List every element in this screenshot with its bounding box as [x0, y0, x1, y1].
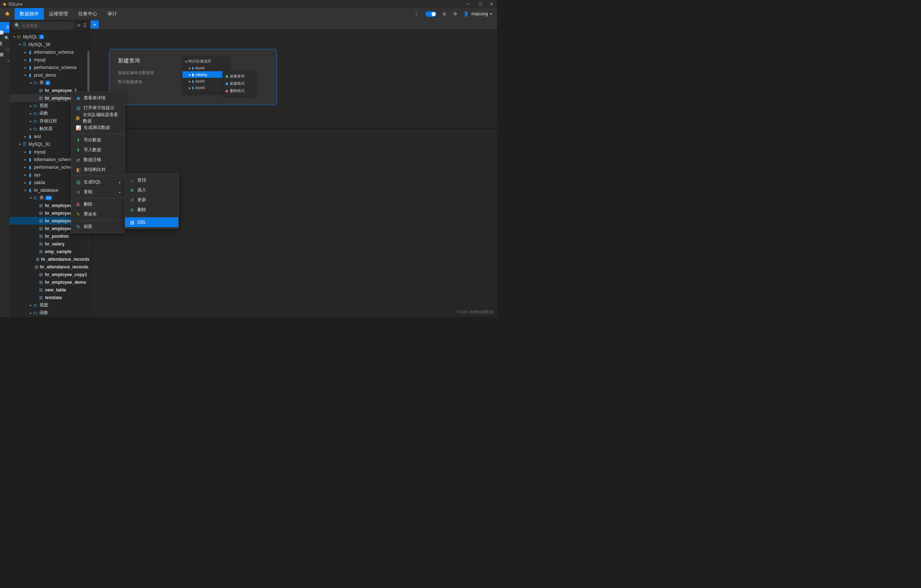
menu-audit[interactable]: 审计	[103, 8, 122, 20]
gen-sql-submenu: ⌕查找 ⊕插入 ↺更新 ⊖删除 ▤DDL	[125, 174, 179, 229]
ctx-rename[interactable]: ✎重命名	[71, 209, 125, 219]
tree-row[interactable]: ⊞ hr_salary	[10, 240, 89, 248]
caret-icon: ▾	[23, 73, 27, 77]
ctx-delete[interactable]: 🗑删除	[71, 200, 125, 209]
ctx-compare[interactable]: ◧表结构比对	[71, 165, 125, 175]
filter-icon[interactable]: ☰	[83, 23, 87, 28]
ctx-refresh[interactable]: ↻刷新	[71, 222, 125, 232]
export-icon: ⬇	[76, 138, 81, 143]
tree-row[interactable]: ⊞ hr_attendance_records	[10, 255, 89, 263]
tree-label: emp_sample	[45, 249, 72, 254]
menu-om[interactable]: 运维管理	[44, 8, 73, 20]
tree-label: hr_database	[34, 188, 59, 193]
tbl-icon-icon: ⊞	[38, 280, 44, 285]
ctx-copy[interactable]: ⧉复制▸	[71, 187, 125, 197]
tree-label: sakila	[34, 180, 45, 185]
watermark: CSDN @麦聪聊数据	[457, 309, 493, 315]
ctx-export[interactable]: ⬇导出数据	[71, 135, 125, 145]
insert-icon: ⊕	[129, 188, 135, 193]
db-icon-icon: ▮	[28, 188, 33, 193]
rail-saved[interactable]: ▢ 保存的查询	[0, 44, 10, 55]
caret-icon: ▸	[29, 311, 33, 315]
user-menu[interactable]: 👤 maicong ▾	[464, 11, 492, 17]
tree-label: performance_schema	[34, 165, 76, 170]
tree-label: hr_attendance_records_s	[40, 265, 89, 270]
sub-ddl[interactable]: ▤DDL	[125, 217, 178, 227]
tree-row[interactable]: ▾ ▮ prod_demo	[10, 71, 89, 79]
database-icon: ☰	[6, 25, 10, 30]
history-icon: 🔍	[4, 36, 10, 41]
rail-collapse[interactable]: «	[0, 56, 10, 66]
count-badge: 13	[45, 196, 52, 200]
tree-row[interactable]: ⊞ hr_employee_copy1	[10, 271, 89, 278]
minimize-button[interactable]: —	[465, 2, 471, 6]
new-query-illustration: 新建查询 鼠标右键单击数据库 即可新建查询 ▾MySQL数据库 ▸▮dswfd …	[109, 49, 277, 105]
tbl-icon-icon: ⊞	[38, 211, 44, 216]
tree-row[interactable]: ▸ ▮ information_schema	[10, 48, 89, 56]
sub-insert[interactable]: ⊕插入	[125, 185, 178, 195]
tbl-icon-icon: ⊞	[35, 265, 38, 270]
delete-icon: ⊖	[129, 208, 135, 213]
ctx-view-detail[interactable]: ◉查看表详情	[71, 93, 125, 103]
tree-row[interactable]: ▸ ▮ mysql	[10, 56, 89, 63]
fold-icon-icon: 🗀	[33, 303, 38, 308]
ctx-gen-sql[interactable]: ▤生成SQL▸	[71, 177, 125, 187]
search-box[interactable]: 🔍	[12, 21, 75, 29]
layout-icon[interactable]: ⧉	[441, 11, 447, 17]
refresh-icon: ↻	[76, 224, 81, 229]
tree-label: hr_employee	[45, 203, 72, 208]
rail-history[interactable]: 🔍 历史查询	[0, 33, 10, 44]
search-input[interactable]	[21, 23, 72, 28]
caret-icon: ▸	[29, 127, 33, 131]
fold-icon-icon: 🗀	[33, 310, 38, 315]
chevron-right-icon: ▸	[119, 190, 121, 194]
tree-label: hr_salary	[45, 241, 64, 247]
tree-row[interactable]: ▸ ▮ performance_schema	[10, 63, 89, 71]
ctx-import[interactable]: ⬆导入数据	[71, 145, 125, 155]
new-tab-button[interactable]: +	[91, 20, 99, 29]
tree-row[interactable]: ⊞ hr_attendance_records_s	[10, 263, 89, 271]
tbl-icon-icon: ⊞	[38, 249, 44, 254]
db-icon-icon: ▮	[28, 149, 33, 154]
app-logo	[0, 8, 15, 20]
search-icon: 🔍	[15, 23, 20, 28]
rail-datasource[interactable]: ☰ 数据源 »	[0, 22, 10, 33]
refresh-icon[interactable]: ⟳	[77, 23, 81, 28]
tree-row[interactable]: ▾ ☰ MySQL_56	[10, 41, 89, 48]
count-badge: 2	[45, 81, 50, 85]
sub-update[interactable]: ↺更新	[125, 195, 178, 205]
ctx-migrate[interactable]: ⇄数据迁移	[71, 155, 125, 165]
tree-row[interactable]: ▾ 🗀 MySQL 3	[10, 33, 89, 41]
ctx-view-in-editor[interactable]: ▦在SQL编辑器查看数据	[71, 113, 125, 123]
theme-toggle[interactable]	[425, 11, 436, 17]
tbl-icon-icon: ⊞	[38, 218, 44, 224]
top-menu-bar: 数据操作 运维管理 任务中心 审计 ☾ ⧉ ⚙ 👤 maicong ▾	[0, 8, 497, 20]
settings-icon[interactable]: ⚙	[452, 11, 458, 17]
ctx-gen-testdata[interactable]: 📊生成测试数据	[71, 123, 125, 133]
tbl-icon-icon: ⊞	[38, 88, 44, 93]
tree-row[interactable]: ▸ 🗀 函数	[10, 309, 89, 317]
tree-row[interactable]: ▸ 🗀 视图	[10, 301, 89, 309]
tree-row[interactable]: ⊞ hr_position	[10, 232, 89, 240]
close-button[interactable]: ✕	[489, 2, 494, 6]
tree-row[interactable]: ⊞ testdata	[10, 294, 89, 301]
caret-icon: ▾	[12, 35, 16, 39]
tree-row[interactable]: ⊞ new_table	[10, 286, 89, 294]
tree-row[interactable]: ⊞ hr_employee_demo	[10, 278, 89, 286]
tree-label: 函数	[39, 110, 48, 117]
db-icon-icon: ▮	[28, 172, 33, 177]
maximize-button[interactable]: ▢	[477, 2, 482, 6]
fold-icon-icon: 🗀	[33, 127, 38, 132]
sub-select[interactable]: ⌕查找	[125, 175, 178, 185]
sub-delete[interactable]: ⊖删除	[125, 205, 178, 215]
tree-row[interactable]: ▾ 🗀 表 2	[10, 79, 89, 86]
tree-label: hr_position	[45, 234, 69, 239]
db-icon-icon: ▮	[28, 157, 33, 162]
illus-title: 新建查询	[118, 57, 168, 64]
menu-data-ops[interactable]: 数据操作	[15, 8, 44, 20]
tree-row[interactable]: ⊞ emp_sample	[10, 248, 89, 255]
db-icon-icon: ▮	[28, 134, 33, 139]
fold-icon-icon: 🗀	[33, 119, 38, 124]
db-icon-icon: ▮	[28, 180, 33, 185]
menu-tasks[interactable]: 任务中心	[73, 8, 103, 20]
